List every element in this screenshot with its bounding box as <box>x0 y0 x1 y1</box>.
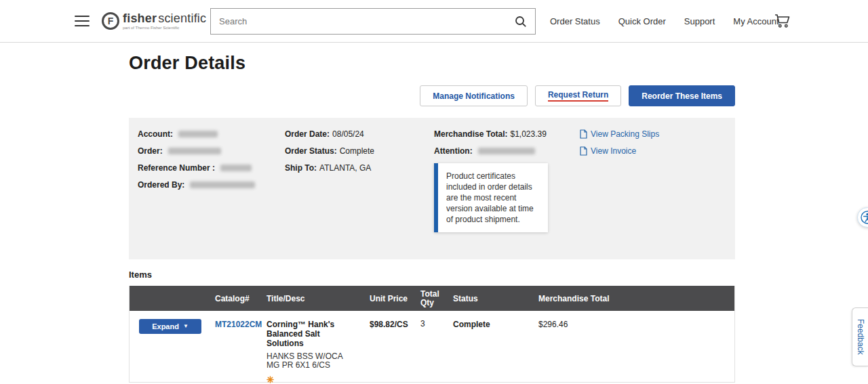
ordered-by-redacted-value <box>190 182 255 188</box>
summary-column-account: Account: Order: Reference Number : Order… <box>138 125 255 193</box>
account-redacted-value <box>178 131 218 137</box>
attention-row: Attention: <box>434 142 548 159</box>
order-details-page: Order Details Manage Notifications Reque… <box>129 43 735 383</box>
order-number-row: Order: <box>138 142 255 159</box>
attention-label: Attention: <box>434 146 473 156</box>
title-desc-cell: Corning™ Hank's Balanced Salt Solutions … <box>265 311 368 382</box>
cart-icon[interactable] <box>774 14 791 31</box>
top-navigation-bar: F fisherscientific part of Thermo Fisher… <box>0 0 868 43</box>
chevron-down-icon: ▼ <box>183 324 189 329</box>
product-description: HANKS BSS W/OCA MG PR 6X1 6/CS <box>267 352 368 370</box>
reference-redacted-value <box>220 165 252 171</box>
nav-support[interactable]: Support <box>684 16 715 26</box>
account-label: Account: <box>138 129 173 139</box>
attention-redacted-value <box>478 148 535 154</box>
search-input[interactable] <box>211 16 511 26</box>
ordered-by-label: Ordered By: <box>138 180 184 190</box>
order-redacted-value <box>168 148 221 154</box>
request-return-label: Request Return <box>548 90 608 102</box>
items-table-header: Catalog# Title/Desc Unit Price Total Qty… <box>130 286 734 311</box>
accessibility-icon <box>861 211 868 224</box>
col-header-total-qty: Total Qty <box>419 290 452 307</box>
catalog-number-link[interactable]: MT21022CM <box>215 320 262 329</box>
reorder-label: Reorder These Items <box>642 91 722 101</box>
order-summary-panel: Account: Order: Reference Number : Order… <box>129 118 735 259</box>
col-header-unit-price: Unit Price <box>368 294 419 303</box>
search-box <box>210 8 536 35</box>
merchandise-total-label: Merchandise Total: <box>434 129 507 139</box>
cart-glyph <box>774 14 791 28</box>
top-nav-links: Order Status Quick Order Support My Acco… <box>550 0 779 43</box>
ordered-by-row: Ordered By: <box>138 176 255 193</box>
reference-label: Reference Number : <box>138 163 215 173</box>
merchandise-total-row: Merchandise Total: $1,023.39 <box>434 125 548 142</box>
order-label: Order: <box>138 146 163 156</box>
merchandise-total-value: $1,023.39 <box>510 129 546 139</box>
fisher-scientific-logo[interactable]: F fisherscientific part of Thermo Fisher… <box>102 12 206 30</box>
product-certificates-note: Product certificates included in order d… <box>434 163 548 232</box>
logo-text: fisherscientific part of Thermo Fisher S… <box>123 12 206 30</box>
catalog-cell: MT21022CM <box>214 311 265 382</box>
items-section-label: Items <box>129 270 735 280</box>
reference-number-row: Reference Number : <box>138 159 255 176</box>
ship-to-label: Ship To: <box>285 163 317 173</box>
merchandise-total-cell: $296.46 <box>537 311 734 382</box>
product-badge-icon <box>267 376 368 384</box>
magnifier-glyph <box>515 16 527 28</box>
product-title: Corning™ Hank's Balanced Salt Solutions <box>267 320 368 348</box>
accessibility-widget-button[interactable] <box>857 207 868 228</box>
col-header-merchandise-total: Merchandise Total <box>537 294 734 303</box>
nav-quick-order[interactable]: Quick Order <box>618 16 666 26</box>
order-actions: Manage Notifications Request Return Reor… <box>129 85 735 106</box>
nav-order-status[interactable]: Order Status <box>550 16 600 26</box>
nav-my-account[interactable]: My Account <box>733 16 778 26</box>
expand-label: Expand <box>152 322 179 330</box>
order-date-value: 08/05/24 <box>332 129 364 139</box>
page-title: Order Details <box>129 53 735 74</box>
table-row: Expand ▼ MT21022CM Corning™ Hank's Balan… <box>130 311 734 382</box>
unit-price-cell: $98.82/CS <box>368 311 419 382</box>
order-status-label: Order Status: <box>285 146 337 156</box>
view-invoice-link[interactable]: View Invoice <box>580 142 659 159</box>
ship-to-row: Ship To: ATLANTA, GA <box>285 159 374 176</box>
menu-icon[interactable] <box>75 12 91 30</box>
view-invoice-label: View Invoice <box>591 146 636 156</box>
request-return-button[interactable]: Request Return <box>535 85 621 106</box>
logo-tagline: part of Thermo Fisher Scientific <box>123 26 206 30</box>
items-table: Catalog# Title/Desc Unit Price Total Qty… <box>129 286 735 383</box>
manage-notifications-button[interactable]: Manage Notifications <box>420 85 528 106</box>
col-header-title-desc: Title/Desc <box>265 294 368 303</box>
logo-brand-primary: fisher <box>123 12 157 25</box>
status-cell: Complete <box>452 311 537 382</box>
expand-button[interactable]: Expand ▼ <box>139 319 201 334</box>
account-row: Account: <box>138 125 255 142</box>
col-header-status: Status <box>452 294 537 303</box>
order-status-row: Order Status: Complete <box>285 142 374 159</box>
order-date-row: Order Date: 08/05/24 <box>285 125 374 142</box>
feedback-label: Feedback <box>856 319 865 355</box>
summary-column-order-info: Order Date: 08/05/24 Order Status: Compl… <box>285 125 374 176</box>
manage-notifications-label: Manage Notifications <box>433 91 515 101</box>
expand-cell: Expand ▼ <box>130 311 214 382</box>
summary-column-totals: Merchandise Total: $1,023.39 Attention: … <box>434 125 548 232</box>
ship-to-value: ATLANTA, GA <box>319 163 371 173</box>
order-status-value: Complete <box>340 146 374 156</box>
summary-column-links: View Packing Slips View Invoice <box>580 125 659 159</box>
logo-brand-line: fisherscientific <box>123 12 206 24</box>
view-packing-slips-label: View Packing Slips <box>591 129 659 139</box>
search-icon[interactable] <box>511 16 535 28</box>
total-qty-cell: 3 <box>419 311 452 382</box>
logo-brand-secondary: scientific <box>158 12 206 25</box>
document-icon <box>580 129 587 139</box>
feedback-tab[interactable]: Feedback <box>852 307 868 366</box>
logo-f-icon: F <box>102 12 119 30</box>
col-header-catalog: Catalog# <box>214 294 265 303</box>
order-date-label: Order Date: <box>285 129 330 139</box>
reorder-these-items-button[interactable]: Reorder These Items <box>629 85 735 106</box>
view-packing-slips-link[interactable]: View Packing Slips <box>580 125 659 142</box>
document-icon <box>580 146 587 156</box>
